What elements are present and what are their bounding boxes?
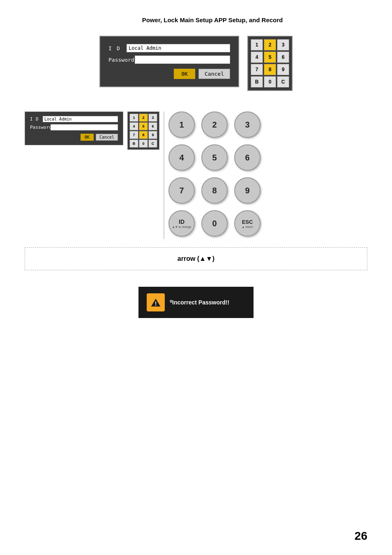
top-id-input[interactable] xyxy=(127,44,230,52)
big-numpad-key-id[interactable]: ID ▲▼ to change xyxy=(168,210,195,237)
big-numpad-key-4[interactable]: 4 xyxy=(168,144,195,171)
page-number: 26 xyxy=(355,529,367,543)
big-numpad: 1 2 3 4 5 6 7 8 9 ID ▲▼ to change 0 ESC … xyxy=(168,111,263,239)
error-section: ! ⁰Incorrect Password!! xyxy=(25,287,367,318)
top-numpad: 1 2 3 4 5 6 7 8 9 B 0 C xyxy=(247,36,293,91)
numpad-key-b[interactable]: B xyxy=(251,76,263,88)
top-cancel-button[interactable]: Cancel xyxy=(198,69,230,79)
small-numpad-key-1[interactable]: 1 xyxy=(129,114,138,122)
small-password-label: Password xyxy=(30,125,51,130)
small-numpad-key-8[interactable]: 8 xyxy=(139,131,148,139)
page-container: Power, Lock Main Setup APP Setup, and Re… xyxy=(0,0,392,555)
small-password-input[interactable] xyxy=(51,124,118,130)
big-numpad-key-5[interactable]: 5 xyxy=(201,144,228,171)
small-d-label: D xyxy=(36,116,42,122)
small-numpad-key-c[interactable]: C xyxy=(148,139,157,148)
top-d-label: D xyxy=(117,45,125,51)
big-numpad-key-esc[interactable]: ESC ▲ return xyxy=(234,210,261,237)
big-numpad-key-2[interactable]: 2 xyxy=(201,111,228,138)
middle-section: I D Password 0K Cancel 1 2 3 4 xyxy=(25,111,367,239)
arrow-text: arrow (▲▼) xyxy=(178,255,214,262)
big-numpad-key-7[interactable]: 7 xyxy=(168,177,195,204)
numpad-key-9[interactable]: 9 xyxy=(277,64,289,75)
middle-left: I D Password 0K Cancel 1 2 3 4 xyxy=(25,111,159,150)
top-ok-button[interactable]: 0K xyxy=(174,69,195,79)
error-dialog: ! ⁰Incorrect Password!! xyxy=(138,287,254,318)
big-numpad-key-3[interactable]: 3 xyxy=(234,111,261,138)
big-numpad-key-9[interactable]: 9 xyxy=(234,177,261,204)
small-login-dialog: I D Password 0K Cancel xyxy=(25,111,123,145)
numpad-key-3[interactable]: 3 xyxy=(277,39,289,51)
numpad-key-2[interactable]: 2 xyxy=(264,39,276,51)
arrow-section-wrapper: arrow (▲▼) xyxy=(25,247,367,270)
arrow-section: arrow (▲▼) xyxy=(25,247,367,270)
small-numpad-key-9[interactable]: 9 xyxy=(148,131,157,139)
small-ok-button[interactable]: 0K xyxy=(81,134,94,141)
page-title: Power, Lock Main Setup APP Setup, and Re… xyxy=(58,16,367,23)
small-numpad: 1 2 3 4 5 6 7 8 9 B 0 C xyxy=(127,111,159,150)
small-numpad-key-4[interactable]: 4 xyxy=(129,122,138,130)
numpad-key-4[interactable]: 4 xyxy=(251,51,263,63)
numpad-key-c[interactable]: C xyxy=(277,76,289,88)
small-numpad-key-b[interactable]: B xyxy=(129,139,138,148)
numpad-key-7[interactable]: 7 xyxy=(251,64,263,75)
small-numpad-key-2[interactable]: 2 xyxy=(139,114,148,122)
numpad-key-1[interactable]: 1 xyxy=(251,39,263,51)
big-numpad-key-1[interactable]: 1 xyxy=(168,111,195,138)
small-numpad-key-6[interactable]: 6 xyxy=(148,122,157,130)
error-message: ⁰Incorrect Password!! xyxy=(170,299,229,306)
big-numpad-key-6[interactable]: 6 xyxy=(234,144,261,171)
warning-triangle-icon: ! xyxy=(150,297,161,308)
small-numpad-key-5[interactable]: 5 xyxy=(139,122,148,130)
top-login-dialog: I D Password 0K Cancel xyxy=(99,36,239,87)
numpad-key-0[interactable]: 0 xyxy=(264,76,276,88)
top-section: I D Password 0K Cancel 1 2 3 4 5 6 7 8 9 xyxy=(25,36,367,91)
small-numpad-key-3[interactable]: 3 xyxy=(148,114,157,122)
small-cancel-button[interactable]: Cancel xyxy=(96,134,118,141)
numpad-key-8[interactable]: 8 xyxy=(264,64,276,75)
small-numpad-key-7[interactable]: 7 xyxy=(129,131,138,139)
small-id-input[interactable] xyxy=(43,116,118,122)
svg-text:!: ! xyxy=(155,300,157,307)
small-id-label: I xyxy=(30,116,36,122)
numpad-key-6[interactable]: 6 xyxy=(277,51,289,63)
top-password-label: Password xyxy=(108,57,135,63)
big-numpad-key-8[interactable]: 8 xyxy=(201,177,228,204)
big-numpad-key-0[interactable]: 0 xyxy=(201,210,228,237)
top-id-label: I xyxy=(108,45,117,51)
top-password-input[interactable] xyxy=(135,56,230,64)
small-numpad-key-0[interactable]: 0 xyxy=(139,139,148,148)
vertical-divider xyxy=(164,111,164,239)
warning-icon: ! xyxy=(147,293,165,311)
numpad-key-5[interactable]: 5 xyxy=(264,51,276,63)
